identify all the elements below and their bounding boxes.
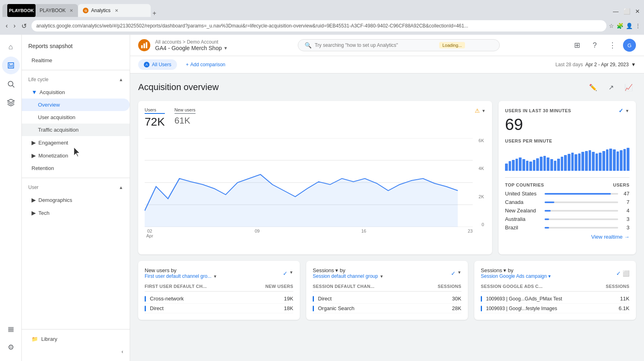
library-nav-item[interactable]: 📁 Library — [22, 333, 130, 345]
country-users-us: 47 — [621, 191, 629, 197]
new-users-col1: FIRST USER DEFAULT CH... — [145, 284, 207, 289]
help-button[interactable]: ? — [587, 38, 602, 52]
search-icon: 🔍 — [305, 42, 311, 48]
view-realtime-link[interactable]: View realtime → — [505, 234, 629, 240]
y-label-0: 0 — [479, 222, 484, 227]
row2-bar-indicator — [145, 306, 146, 311]
edit-button[interactable]: ✏️ — [586, 80, 600, 94]
more-options-button[interactable]: ⋮ — [605, 38, 620, 52]
sessions-card-dropdown[interactable]: ▼ — [457, 270, 461, 277]
bar-11 — [540, 157, 543, 171]
main-scroll-area: Acquisition overview ✏️ ↗ 📈 Users 72K — [130, 73, 644, 361]
loading-badge: Loading... — [439, 42, 465, 48]
address-bar[interactable]: analytics.google.com/analytics/web/#/p21… — [32, 20, 606, 31]
realtime-check-icon: ✓ — [619, 107, 624, 114]
sessions-row-2: Organic Search 28K — [313, 304, 461, 313]
kickpoint-favicon: PLAYBOOK — [7, 4, 36, 17]
realtime-link[interactable]: Realtime — [22, 54, 130, 67]
forward-button[interactable]: › — [11, 21, 18, 31]
all-users-filter[interactable]: A All Users — [138, 59, 177, 70]
date-range-selector[interactable]: Last 28 days Apr 2 - Apr 29, 2023 ▼ — [556, 62, 636, 67]
address-text: analytics.google.com/analytics/web/#/p21… — [36, 23, 468, 29]
traffic-acquisition-nav-item[interactable]: Traffic acquisition — [22, 124, 130, 136]
cross-network-value: 19K — [284, 296, 293, 302]
search-box[interactable]: 🔍 Loading... — [298, 39, 500, 51]
reports-nav-button[interactable] — [2, 57, 20, 74]
overview-nav-item[interactable]: Overview — [22, 99, 130, 111]
back-button[interactable]: ‹ — [3, 21, 10, 31]
sessions-subtitle-dropdown[interactable]: ▼ — [379, 274, 383, 279]
new-users-metric[interactable]: New users 61K — [175, 107, 196, 128]
reports-snapshot-link[interactable]: Reports snapshot — [22, 38, 130, 54]
retention-nav-item[interactable]: Retention — [22, 162, 130, 174]
new-users-card-subtitle[interactable]: First user default channel gro... — [145, 273, 211, 279]
avatar[interactable]: G — [623, 39, 636, 52]
bar-36 — [627, 148, 629, 171]
new-users-card-dropdown[interactable]: ▼ — [289, 270, 293, 277]
page-title-row: Acquisition overview ✏️ ↗ 📈 — [138, 80, 636, 94]
country-row-nz: New Zealand 4 — [505, 208, 629, 214]
menu-button[interactable]: ⋮ — [635, 23, 641, 29]
library-nav-button[interactable] — [2, 321, 20, 338]
bar-28 — [599, 153, 602, 171]
reload-button[interactable]: ↺ — [19, 21, 29, 31]
sessions-ads-filter-icon[interactable]: ⬜ — [623, 270, 629, 277]
advertising-nav-button[interactable] — [2, 94, 20, 111]
tab-kickpoint[interactable]: PLAYBOOK PLAYBOOK ✕ — [2, 4, 78, 17]
add-comparison-button[interactable]: + Add comparison — [181, 59, 230, 70]
property-selector[interactable]: GA4 - Google Merch Shop ▼ — [155, 45, 228, 51]
apps-button[interactable]: ⊞ — [570, 38, 584, 52]
user-acquisition-nav-item[interactable]: User acquisition — [22, 111, 130, 124]
extensions-button[interactable]: 🧩 — [617, 23, 623, 29]
monetization-section-header[interactable]: ▶ Monetization — [22, 149, 130, 162]
tab-kickpoint-close[interactable]: ✕ — [69, 8, 73, 13]
restore-button[interactable]: ⬜ — [622, 7, 632, 15]
explore-nav-button[interactable] — [2, 75, 20, 93]
engagement-expand-icon: ▶ — [32, 139, 36, 146]
compare-button[interactable]: 📈 — [621, 80, 636, 94]
property-name: GA4 - Google Merch Shop — [155, 45, 222, 51]
collapse-sidebar-button[interactable]: ‹ — [22, 345, 130, 358]
new-users-check-icon: ✓ — [283, 270, 288, 277]
bar-34 — [620, 150, 623, 171]
account-breadcrumb: All accounts > Demo Account — [155, 39, 228, 45]
bar-4 — [516, 159, 518, 171]
admin-nav-button[interactable]: ⚙ — [2, 338, 20, 356]
profile-button[interactable]: 👤 — [626, 23, 633, 29]
new-users-subtitle-dropdown[interactable]: ▼ — [213, 274, 217, 279]
sessions-card-subtitle[interactable]: Session default channel group — [313, 273, 378, 279]
lifecycle-chevron-up: ▲ — [119, 77, 123, 82]
country-name-us: United States — [505, 191, 541, 197]
home-nav-button[interactable]: ⌂ — [2, 38, 20, 56]
tab-analytics-close[interactable]: ✕ — [115, 8, 118, 13]
date-range-label: Last 28 days — [556, 62, 583, 67]
new-users-row-2: Direct 18K — [145, 304, 293, 313]
country-name-br: Brazil — [505, 225, 541, 231]
user-chevron-up: ▲ — [119, 185, 123, 190]
minimize-button[interactable]: — — [611, 7, 620, 15]
demographics-section-header[interactable]: ▶ Demographics — [22, 193, 130, 206]
engagement-section-header[interactable]: ▶ Engagement — [22, 136, 130, 149]
chart-svg — [145, 138, 486, 227]
acquisition-section-header[interactable]: ▼ Acquisition — [22, 86, 130, 99]
close-button[interactable]: ✕ — [633, 7, 642, 15]
new-tab-button[interactable]: + — [151, 10, 158, 17]
main-chart-card: Users 72K New users 61K ⚠ ▼ — [138, 101, 492, 254]
sessions-check-icon: ✓ — [451, 270, 456, 277]
tab-analytics[interactable]: G Analytics ✕ — [78, 4, 151, 17]
property-dropdown-icon: ▼ — [223, 46, 228, 50]
search-input[interactable] — [315, 42, 436, 48]
sessions-ads-row-1: 1009693 | Goog...GAds_PMax Test 11K — [481, 294, 629, 304]
bar-10 — [536, 158, 539, 171]
sessions-ads-card-subtitle[interactable]: Session Google Ads campaign ▾ — [481, 273, 551, 279]
users-metric[interactable]: Users 72K — [145, 107, 165, 128]
realtime-dropdown-icon[interactable]: ▼ — [625, 109, 629, 113]
country-name-nz: New Zealand — [505, 208, 541, 214]
y-label-2k: 2K — [479, 194, 484, 199]
users-metric-label: Users — [145, 107, 165, 114]
metric-dropdown-icon[interactable]: ▼ — [482, 109, 486, 113]
country-row-ca: Canada 7 — [505, 199, 629, 205]
share-button[interactable]: ↗ — [604, 80, 618, 94]
tech-section-header[interactable]: ▶ Tech — [22, 206, 130, 219]
bookmark-button[interactable]: ☆ — [609, 23, 614, 29]
